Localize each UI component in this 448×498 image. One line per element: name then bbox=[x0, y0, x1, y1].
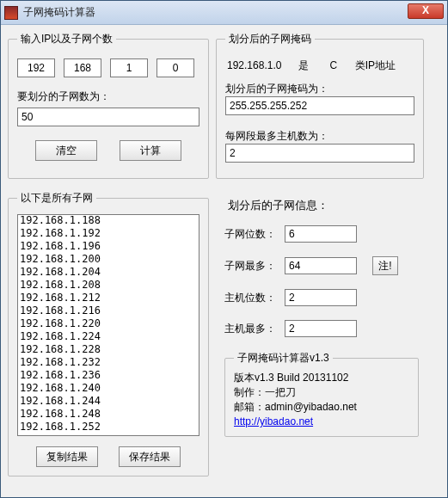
host-max-field[interactable] bbox=[285, 320, 357, 337]
app-icon bbox=[4, 6, 18, 20]
titlebar: 子网掩码计算器 X bbox=[1, 1, 447, 25]
save-result-button[interactable]: 保存结果 bbox=[119, 446, 181, 467]
list-item[interactable]: 192.168.1.216 bbox=[20, 304, 197, 317]
window-title: 子网掩码计算器 bbox=[23, 5, 95, 20]
list-item[interactable]: 192.168.1.212 bbox=[20, 292, 197, 304]
host-bits-field[interactable] bbox=[285, 289, 357, 306]
ip-octet-3[interactable] bbox=[110, 58, 148, 77]
copy-result-button[interactable]: 复制结果 bbox=[36, 446, 98, 467]
subnet-count-input[interactable] bbox=[17, 108, 199, 126]
client-area: 输入IP以及子网个数 要划分的子网数为： 清空 计算 划分后的子网掩码 192.… bbox=[1, 25, 447, 483]
list-item[interactable]: 192.168.1.220 bbox=[20, 317, 197, 330]
ip-octet-2[interactable] bbox=[64, 58, 101, 77]
list-item[interactable]: 192.168.1.200 bbox=[20, 253, 197, 266]
ip-class-letter: C bbox=[321, 59, 347, 71]
close-button[interactable]: X bbox=[408, 3, 444, 19]
ip-class-line: 192.168.1.0 是 C 类IP地址 bbox=[227, 58, 414, 73]
subnet-bits-label: 子网位数： bbox=[224, 227, 285, 242]
subnet-info-panel: 划分后的子网信息： 子网位数： 子网最多： 注! 主机位数： 主机最多： 子网掩… bbox=[216, 191, 424, 476]
about-url-link[interactable]: http://yibadao.net bbox=[234, 415, 313, 427]
subnet-bits-field[interactable] bbox=[285, 225, 357, 243]
about-name: 子网掩码计算器v1.3 bbox=[234, 351, 333, 366]
about-version: 版本v1.3 Build 20131102 bbox=[234, 371, 409, 385]
clear-button[interactable]: 清空 bbox=[35, 140, 97, 161]
list-item[interactable]: 192.168.1.252 bbox=[20, 421, 197, 433]
host-max-label: 主机最多： bbox=[224, 322, 285, 336]
mask-result-panel: 划分后的子网掩码 192.168.1.0 是 C 类IP地址 划分后的子网掩码为… bbox=[216, 32, 424, 179]
list-item[interactable]: 192.168.1.232 bbox=[20, 356, 197, 369]
host-bits-label: 主机位数： bbox=[224, 291, 285, 305]
ip-input-panel: 输入IP以及子网个数 要划分的子网数为： 清空 计算 bbox=[8, 32, 209, 179]
ip-class-suffix: 类IP地址 bbox=[355, 59, 396, 71]
calc-button[interactable]: 计算 bbox=[120, 140, 181, 161]
ip-octet-row bbox=[17, 58, 199, 77]
list-item[interactable]: 192.168.1.192 bbox=[20, 227, 197, 240]
subnet-max-label: 子网最多： bbox=[224, 259, 285, 274]
about-author: 制作：一把刀 bbox=[234, 385, 409, 400]
mask-label: 划分后的子网掩码为： bbox=[225, 82, 414, 96]
mask-value[interactable] bbox=[225, 96, 414, 115]
about-box: 子网掩码计算器v1.3 版本v1.3 Build 20131102 制作：一把刀… bbox=[224, 351, 419, 437]
subnet-count-label: 要划分的子网数为： bbox=[17, 89, 199, 104]
mask-result-legend: 划分后的子网掩码 bbox=[225, 32, 315, 46]
is-text: 是 bbox=[298, 59, 309, 71]
list-item[interactable]: 192.168.1.236 bbox=[20, 369, 197, 382]
subnet-max-field[interactable] bbox=[285, 257, 357, 274]
list-item[interactable]: 192.168.1.188 bbox=[20, 214, 197, 227]
note-button[interactable]: 注! bbox=[372, 256, 398, 275]
subnet-list-panel: 以下是所有子网 192.168.1.180192.168.1.184192.16… bbox=[8, 191, 209, 476]
list-item[interactable]: 192.168.1.248 bbox=[20, 408, 197, 421]
subnet-list-legend: 以下是所有子网 bbox=[17, 191, 96, 206]
ip-input-legend: 输入IP以及子网个数 bbox=[17, 32, 116, 46]
list-item[interactable]: 192.168.1.224 bbox=[20, 330, 197, 343]
list-item[interactable]: 192.168.1.244 bbox=[20, 395, 197, 408]
ip-octet-4[interactable] bbox=[156, 58, 194, 77]
hosts-value[interactable] bbox=[225, 144, 414, 163]
list-item[interactable]: 192.168.1.208 bbox=[20, 279, 197, 292]
app-window: 子网掩码计算器 X 输入IP以及子网个数 要划分的子网数为： 清空 计算 划分后… bbox=[0, 0, 448, 498]
list-item[interactable]: 192.168.1.204 bbox=[20, 266, 197, 279]
list-item[interactable]: 192.168.1.240 bbox=[20, 382, 197, 395]
ip-octet-1[interactable] bbox=[17, 58, 55, 77]
list-item[interactable]: 192.168.1.228 bbox=[20, 343, 197, 356]
ip-display: 192.168.1.0 bbox=[227, 59, 281, 71]
list-item[interactable]: 192.168.1.196 bbox=[20, 240, 197, 253]
hosts-label: 每网段最多主机数为： bbox=[225, 129, 414, 144]
about-email: 邮箱：admin@yibadao.net bbox=[234, 400, 409, 415]
subnet-listbox[interactable]: 192.168.1.180192.168.1.184192.168.1.1881… bbox=[17, 214, 199, 436]
subnet-info-title: 划分后的子网信息： bbox=[228, 198, 419, 213]
